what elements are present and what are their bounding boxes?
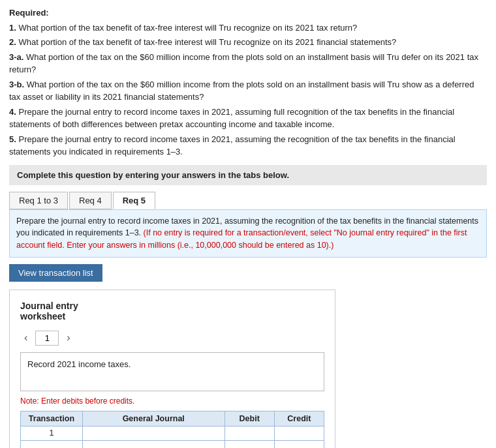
col-transaction: Transaction (21, 411, 83, 426)
general-journal-cell[interactable] (82, 426, 225, 440)
instruction-box: Prepare the journal entry to record inco… (9, 209, 487, 258)
question-1: 1. What portion of the tax benefit of ta… (9, 22, 487, 35)
table-row (21, 440, 324, 448)
debit-cell[interactable] (225, 426, 274, 440)
credit-cell[interactable] (274, 426, 324, 440)
col-credit: Credit (274, 411, 324, 426)
complete-banner: Complete this question by entering your … (9, 165, 487, 185)
transaction-cell: 1 (21, 426, 83, 440)
view-transaction-list-button[interactable]: View transaction list (9, 264, 102, 282)
question-4: 4. Prepare the journal entry to record i… (9, 106, 487, 131)
tab-req5[interactable]: Req 5 (113, 192, 155, 209)
table-row: 1 (21, 426, 324, 440)
question-3b: 3-b. What portion of the tax on the $60 … (9, 78, 487, 104)
general-journal-cell[interactable] (82, 440, 225, 448)
col-general-journal: General Journal (82, 411, 225, 426)
tab-req1to3[interactable]: Req 1 to 3 (9, 192, 68, 209)
record-description: Record 2021 income taxes. (20, 352, 324, 391)
next-arrow[interactable]: › (63, 331, 74, 345)
required-heading: Required: (9, 8, 49, 18)
journal-title: Journal entry worksheet (20, 301, 324, 321)
tab-req4[interactable]: Req 4 (69, 192, 112, 209)
col-debit: Debit (225, 411, 274, 426)
journal-table: Transaction General Journal Debit Credit… (20, 411, 324, 448)
tabs-row: Req 1 to 3 Req 4 Req 5 (9, 192, 487, 209)
question-3a: 3-a. What portion of the tax on the $60 … (9, 51, 487, 76)
required-section: Required: 1. What portion of the tax ben… (9, 7, 487, 158)
question-5: 5. Prepare the journal entry to record i… (9, 133, 487, 158)
credit-cell[interactable] (274, 440, 324, 448)
debit-cell[interactable] (225, 440, 274, 448)
note-text: Note: Enter debits before credits. (20, 396, 324, 406)
question-2: 2. What portion of the tax benefit of ta… (9, 36, 487, 49)
nav-row: ‹ › (20, 331, 324, 346)
transaction-cell (21, 440, 83, 448)
prev-arrow[interactable]: ‹ (20, 331, 31, 345)
journal-worksheet: Journal entry worksheet ‹ › Record 2021 … (9, 290, 335, 448)
page-number-input[interactable] (35, 331, 59, 346)
